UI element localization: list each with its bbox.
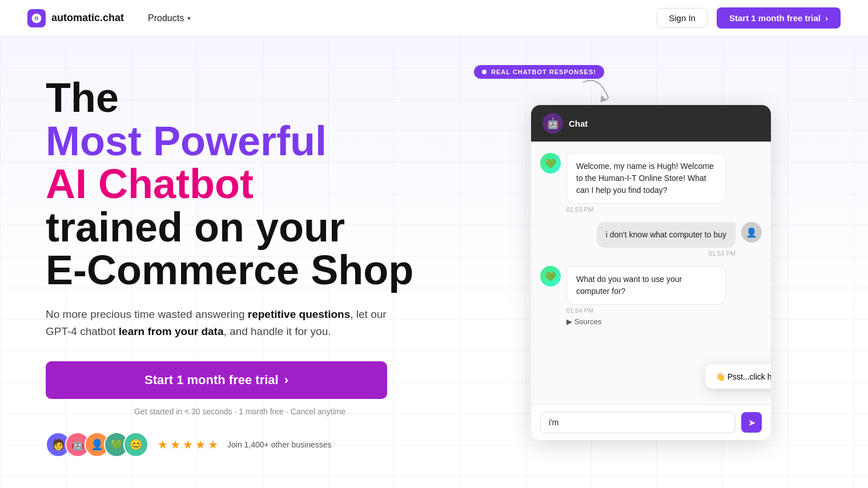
bot-bubble-1: Welcome, my name is Hugh! Welcome to the… (566, 153, 726, 204)
subtitle-part3: , and handle it for you. (224, 325, 331, 337)
avatar-group: 🧑 🤖 👤 💚 😊 (46, 432, 148, 457)
brand-logo[interactable]: automatic.chat (27, 9, 124, 27)
chat-title: Chat (569, 119, 588, 128)
chat-send-button[interactable]: ➤ (741, 412, 762, 433)
avatar: 😊 (123, 432, 148, 457)
hero-trial-button[interactable]: Start 1 month free trial › (46, 361, 387, 399)
chat-header: 🤖 Chat (531, 105, 771, 142)
products-menu[interactable]: Products ▾ (142, 10, 196, 27)
subtitle-bold2: learn from your data (119, 325, 224, 337)
user-msg-text: i don't know what computer to buy (606, 230, 726, 239)
star-4: ★ (195, 438, 206, 451)
msg-group-2: i don't know what computer to buy 01:53 … (597, 222, 736, 257)
bot-msg-2-text: What do you want to use your computer fo… (576, 275, 682, 296)
social-proof: 🧑 🤖 👤 💚 😊 ★ ★ ★ ★ ★ Join 1,400+ other bu… (46, 432, 434, 457)
hero-trial-label: Start 1 month free trial (144, 373, 279, 388)
chat-message-2: 👤 i don't know what computer to buy 01:5… (540, 222, 762, 257)
hero-title: The Most Powerful AI Chatbot trained on … (46, 76, 434, 292)
subtitle-bold1: repetitive questions (248, 308, 351, 320)
bot-msg-2-time: 01:54 PM (566, 307, 726, 314)
brand-icon (27, 9, 46, 27)
bot-avatar-1: 💚 (540, 153, 561, 174)
star-1: ★ (158, 438, 168, 451)
user-bubble: i don't know what computer to buy (597, 222, 736, 248)
nav-trial-arrow: › (825, 13, 828, 23)
user-avatar: 👤 (741, 222, 762, 243)
chat-input-row: ➤ (531, 404, 771, 440)
subtitle-part1: No more precious time wasted answering (46, 308, 248, 320)
title-line5: E-Commerce Shop (46, 247, 413, 293)
nav-trial-label: Start 1 month free trial (729, 13, 821, 23)
user-msg-time: 01:53 PM (597, 250, 736, 257)
badge-dot (482, 70, 487, 74)
chat-input-field[interactable] (540, 412, 736, 433)
badge-text: REAL CHATBOT RESPONSES! (491, 68, 596, 75)
chat-message-3: 💚 What do you want to use your computer … (540, 266, 762, 326)
hero-subtext: Get started in < 30 seconds · 1 month fr… (46, 407, 434, 416)
chat-bot-icon: 🤖 (542, 113, 563, 134)
hero-content: The Most Powerful AI Chatbot trained on … (0, 37, 868, 488)
sign-in-button[interactable]: Sign In (657, 8, 708, 28)
sources-text: Sources (574, 317, 602, 326)
psst-text: 👋 Psst...click here to test me! (716, 372, 771, 381)
title-line2: Most Powerful (46, 118, 327, 164)
hero-right: REAL CHATBOT RESPONSES! 🤖 Chat (468, 59, 822, 440)
nav-trial-button[interactable]: Start 1 month free trial › (717, 7, 841, 29)
bot-bubble-2: What do you want to use your computer fo… (566, 266, 726, 305)
logo-icon (31, 13, 42, 24)
hero-left: The Most Powerful AI Chatbot trained on … (46, 59, 434, 457)
sources-arrow: ▶ (566, 317, 574, 326)
star-5: ★ (208, 438, 218, 451)
navbar: automatic.chat Products ▾ Sign In Start … (0, 0, 868, 37)
psst-tooltip[interactable]: 👋 Psst...click here to test me! ✕ (705, 364, 771, 389)
products-label: Products (148, 13, 184, 23)
bot-avatar-2: 💚 (540, 266, 561, 287)
msg-group-3: What do you want to use your computer fo… (566, 266, 726, 326)
brand-name: automatic.chat (51, 12, 124, 24)
star-3: ★ (183, 438, 193, 451)
title-line4: trained on your (46, 204, 345, 250)
send-icon: ➤ (748, 417, 756, 428)
social-text: Join 1,400+ other businesses (227, 440, 332, 449)
bot-msg-1-time: 01:53 PM (566, 206, 726, 213)
msg-group-1: Welcome, my name is Hugh! Welcome to the… (566, 153, 726, 213)
star-rating: ★ ★ ★ ★ ★ (158, 438, 218, 451)
title-line1: The (46, 75, 119, 120)
sources-link[interactable]: ▶ Sources (566, 317, 726, 326)
title-line3: AI Chatbot (46, 161, 254, 207)
nav-right: Sign In Start 1 month free trial › (657, 7, 841, 29)
nav-left: automatic.chat Products ▾ (27, 9, 196, 27)
chat-window: 🤖 Chat 💚 Welcome, my name is Hugh! Welco… (531, 105, 771, 440)
chat-message-1: 💚 Welcome, my name is Hugh! Welcome to t… (540, 153, 762, 213)
star-2: ★ (170, 438, 180, 451)
chevron-down-icon: ▾ (187, 14, 191, 22)
bot-msg-1-text: Welcome, my name is Hugh! Welcome to the… (576, 162, 714, 195)
hero-section: The Most Powerful AI Chatbot trained on … (0, 37, 868, 488)
hero-trial-arrow: › (284, 373, 288, 388)
hero-subtitle: No more precious time wasted answering r… (46, 306, 388, 341)
